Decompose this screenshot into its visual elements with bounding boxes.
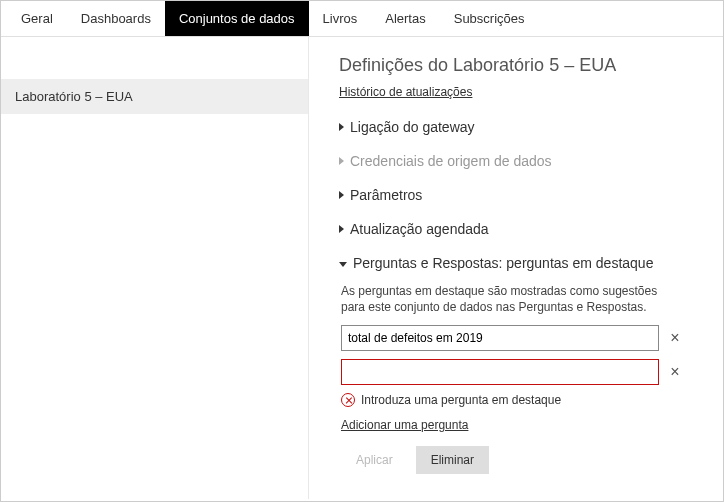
page-title: Definições do Laboratório 5 – EUA	[339, 55, 701, 76]
tabs-bar: Geral Dashboards Conjuntos de dados Livr…	[1, 1, 723, 37]
tab-conjuntos-de-dados[interactable]: Conjuntos de dados	[165, 1, 309, 36]
caret-right-icon	[339, 157, 344, 165]
caret-right-icon	[339, 225, 344, 233]
section-gateway-label: Ligação do gateway	[350, 119, 475, 135]
delete-button[interactable]: Eliminar	[416, 446, 489, 474]
caret-right-icon	[339, 123, 344, 131]
section-qna-label: Perguntas e Respostas: perguntas em dest…	[353, 255, 653, 271]
tab-subscricoes[interactable]: Subscrições	[440, 1, 539, 36]
tab-geral[interactable]: Geral	[7, 1, 67, 36]
qna-description: As perguntas em destaque são mostradas c…	[341, 283, 671, 315]
section-parameters-label: Parâmetros	[350, 187, 422, 203]
section-gateway[interactable]: Ligação do gateway	[339, 119, 701, 135]
add-question-link[interactable]: Adicionar uma pergunta	[341, 418, 468, 432]
featured-question-input-2[interactable]	[341, 359, 659, 385]
sidebar-item-lab5[interactable]: Laboratório 5 – EUA	[1, 79, 308, 114]
error-message: Introduza uma pergunta em destaque	[361, 393, 561, 407]
tab-livros[interactable]: Livros	[309, 1, 372, 36]
tab-dashboards[interactable]: Dashboards	[67, 1, 165, 36]
error-icon	[341, 393, 355, 407]
section-parameters[interactable]: Parâmetros	[339, 187, 701, 203]
main-panel: Definições do Laboratório 5 – EUA Histór…	[309, 37, 723, 499]
history-link[interactable]: Histórico de atualizações	[339, 85, 472, 99]
error-row: Introduza uma pergunta em destaque	[341, 393, 701, 407]
remove-question-icon[interactable]: ×	[667, 329, 683, 347]
sidebar: Laboratório 5 – EUA	[1, 37, 309, 499]
caret-down-icon	[339, 262, 347, 267]
section-credentials[interactable]: Credenciais de origem de dados	[339, 153, 701, 169]
remove-question-icon[interactable]: ×	[667, 363, 683, 381]
section-credentials-label: Credenciais de origem de dados	[350, 153, 552, 169]
featured-question-input-1[interactable]	[341, 325, 659, 351]
section-scheduled-label: Atualização agendada	[350, 221, 489, 237]
apply-button[interactable]: Aplicar	[341, 446, 408, 474]
section-scheduled[interactable]: Atualização agendada	[339, 221, 701, 237]
section-qna[interactable]: Perguntas e Respostas: perguntas em dest…	[339, 255, 701, 271]
caret-right-icon	[339, 191, 344, 199]
tab-alertas[interactable]: Alertas	[371, 1, 439, 36]
